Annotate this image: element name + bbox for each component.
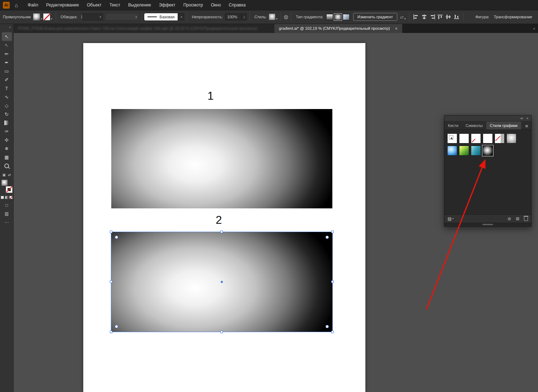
menu-file[interactable]: Файл (24, 0, 42, 10)
artwork-label-2[interactable]: 2 (216, 214, 222, 226)
width-profile-combo[interactable]: ▾ (105, 13, 139, 20)
brush-definition-combo[interactable]: Базовая (144, 13, 178, 20)
align-top-button[interactable] (438, 14, 443, 19)
new-graphic-style-icon[interactable]: ⊞ (516, 216, 519, 221)
gradient-button[interactable] (5, 196, 8, 199)
edit-toolbar-icon[interactable]: ⋯ (5, 220, 9, 225)
toolbar-collapse-icon[interactable]: » (6, 24, 13, 32)
shape-section-label[interactable]: Фигура: (475, 15, 489, 19)
gradient-rectangle-1[interactable] (111, 109, 332, 208)
selection-handle-bottom-left[interactable] (110, 331, 112, 333)
black-radial-gradient-style-swatch[interactable] (483, 146, 493, 156)
blend-tool[interactable]: ✣ (2, 136, 12, 144)
fill-stroke-none-style-swatch[interactable] (495, 133, 505, 143)
rotate-tool[interactable]: ↻ (2, 110, 12, 118)
align-bottom-button[interactable] (454, 14, 460, 19)
live-corner-widget-top-right[interactable] (326, 236, 329, 239)
opacity-panel-button[interactable]: › (242, 13, 247, 20)
tab-brushes[interactable]: Кисти (444, 122, 462, 129)
color-button[interactable] (1, 196, 4, 199)
fill-color-swatch[interactable] (33, 13, 40, 20)
break-link-to-style-icon[interactable]: ⊘ (507, 216, 511, 221)
gradient-annotator-icon[interactable]: ▱ (400, 14, 404, 20)
rectangle-tool[interactable]: ▭ (2, 67, 12, 75)
no-style-swatch[interactable] (471, 133, 481, 143)
screen-mode-icon[interactable]: ▥ (5, 211, 9, 216)
align-left-button[interactable] (413, 14, 419, 19)
brush-dropdown-button[interactable]: ▾ (178, 13, 184, 20)
selection-tool[interactable]: ↖ (2, 32, 12, 41)
menu-effect[interactable]: Эффект (155, 0, 179, 10)
zoom-tool[interactable] (2, 161, 12, 170)
close-panel-icon[interactable]: × (527, 117, 528, 120)
white-fill-style-swatch[interactable] (459, 133, 469, 143)
freeform-gradient-button[interactable] (343, 14, 350, 20)
linear-gradient-button[interactable] (326, 14, 333, 20)
menu-window[interactable]: Окно (207, 0, 225, 10)
document-setup-globe-icon[interactable]: ◍ (284, 14, 288, 20)
selection-handle-top-center[interactable] (220, 231, 223, 233)
tab-graphic-styles[interactable]: Стили графики (486, 122, 521, 129)
gradient-tool[interactable] (2, 118, 12, 127)
transform-section-label[interactable]: Трансформирование (494, 15, 532, 19)
menu-view[interactable]: Просмотр (179, 0, 207, 10)
edit-gradient-button[interactable]: Изменить градиент (353, 13, 397, 21)
opacity-combo[interactable]: 100% (225, 13, 242, 20)
draw-mode-icon[interactable]: □ (5, 203, 8, 208)
document-tab-active[interactable]: gradient.ai* @ 102,19 % (CMYK/Предварите… (274, 24, 403, 33)
chevron-down-icon[interactable]: ▾ (51, 17, 52, 20)
delete-style-icon[interactable] (524, 217, 528, 221)
green-organic-style-swatch[interactable] (459, 146, 469, 156)
collapse-panel-icon[interactable]: «« (520, 117, 523, 120)
graphic-style-swatch[interactable] (269, 14, 275, 20)
white-style-swatch[interactable] (483, 133, 493, 143)
gradient-rectangle-2-selected[interactable] (111, 232, 332, 332)
chevron-down-icon[interactable]: ▾ (41, 17, 42, 20)
graphic-styles-library-icon[interactable]: ▤ (448, 216, 452, 221)
eraser-tool[interactable]: ◇ (2, 101, 12, 110)
menu-object[interactable]: Объект (83, 0, 106, 10)
panel-scrollbar[interactable] (444, 223, 531, 226)
selection-handle-bottom-center[interactable] (220, 331, 223, 333)
live-corner-widget-bottom-left[interactable] (115, 325, 118, 328)
teal-pattern-style-swatch[interactable] (471, 146, 481, 156)
artboard[interactable] (83, 43, 365, 392)
menu-select[interactable]: Выделение (124, 0, 155, 10)
scrollbar-thumb[interactable] (482, 224, 493, 225)
type-tool[interactable]: T (2, 84, 12, 93)
stroke-color-swatch[interactable] (43, 13, 50, 20)
chevron-down-icon[interactable]: ▾ (404, 17, 406, 20)
align-vertical-center-button[interactable] (446, 14, 452, 19)
curvature-tool[interactable]: ✏ (2, 49, 12, 58)
default-graphic-style-swatch[interactable] (447, 133, 457, 143)
stroke-weight-combo[interactable]: ▾ (82, 13, 103, 20)
selection-handle-middle-left[interactable] (110, 280, 112, 283)
selection-handle-middle-right[interactable] (331, 280, 334, 283)
blue-radial-style-swatch[interactable] (447, 146, 457, 156)
pen-tool[interactable]: ✒ (2, 58, 12, 67)
swap-fill-stroke-icon[interactable]: ⇄ (8, 173, 11, 177)
panel-menu-icon[interactable]: ≡ (525, 123, 528, 129)
soft-gray-radial-style-swatch[interactable] (506, 133, 516, 143)
column-graph-tool[interactable]: ▦ (2, 153, 12, 161)
default-fill-stroke-icon[interactable]: ▣ (3, 173, 6, 177)
menu-edit[interactable]: Редактирование (42, 0, 83, 10)
home-icon[interactable]: ⌂ (15, 2, 18, 8)
eyedropper-tool[interactable]: ✑ (2, 127, 12, 136)
paintbrush-tool[interactable]: ✐ (2, 75, 12, 84)
align-right-button[interactable] (430, 14, 435, 19)
tab-symbols[interactable]: Символы (462, 122, 486, 129)
shaper-tool[interactable]: ∿ (2, 93, 12, 101)
selection-center-point[interactable] (221, 281, 223, 283)
menu-help[interactable]: Справка (225, 0, 249, 10)
direct-selection-tool[interactable]: ↖ (2, 41, 12, 49)
fill-indicator[interactable] (1, 180, 8, 186)
close-icon[interactable]: × (395, 26, 398, 31)
align-horizontal-center-button[interactable] (421, 14, 427, 19)
live-corner-widget-top-left[interactable] (115, 236, 118, 239)
artwork-label-1[interactable]: 1 (207, 90, 214, 101)
live-corner-widget-bottom-right[interactable] (326, 325, 329, 328)
document-tab-inactive[interactable]: РТ066_РТ636 Бланк для комплексного Смист… (13, 24, 274, 33)
selection-handle-bottom-right[interactable] (331, 331, 334, 333)
selection-handle-top-right[interactable] (331, 231, 334, 233)
